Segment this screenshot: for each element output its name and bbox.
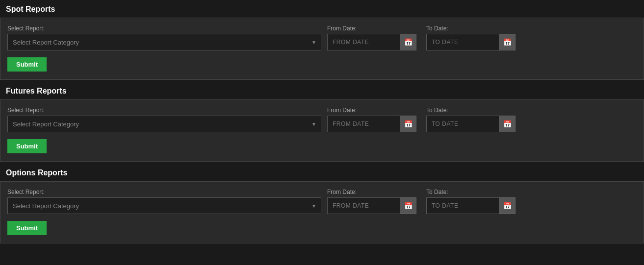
futures-to-label: To Date: <box>426 107 519 114</box>
spot-submit-row: Submit <box>7 57 637 72</box>
options-form-row: Select Report: Select Report Category Fr… <box>7 189 637 214</box>
spot-to-date-wrapper: 📅 <box>426 34 519 50</box>
spot-select-label: Select Report: <box>7 25 321 32</box>
futures-from-date-group: From Date: 📅 <box>327 107 420 132</box>
options-reports-title: Options Reports <box>0 164 644 181</box>
futures-select-label: Select Report: <box>7 107 321 114</box>
spot-from-date-group: From Date: 📅 <box>327 25 420 50</box>
futures-from-calendar-icon: 📅 <box>404 120 412 128</box>
options-select-label: Select Report: <box>7 189 321 195</box>
spot-to-date-input[interactable] <box>426 34 499 50</box>
spot-from-calendar-icon: 📅 <box>404 38 412 46</box>
options-to-calendar-icon: 📅 <box>503 202 512 210</box>
options-select-group: Select Report: Select Report Category <box>7 189 321 214</box>
futures-form-row: Select Report: Select Report Category Fr… <box>7 107 637 132</box>
options-to-calendar-button[interactable]: 📅 <box>499 197 515 214</box>
spot-select-group: Select Report: Select Report Category <box>7 25 321 50</box>
spot-report-select[interactable]: Select Report Category <box>7 34 321 50</box>
options-from-calendar-button[interactable]: 📅 <box>400 197 416 214</box>
spot-to-calendar-button[interactable]: 📅 <box>499 34 515 50</box>
futures-select-group: Select Report: Select Report Category <box>7 107 321 132</box>
spot-from-date-input[interactable] <box>327 34 400 50</box>
spot-submit-button[interactable]: Submit <box>7 57 47 72</box>
futures-reports-title: Futures Reports <box>0 82 644 99</box>
options-from-date-input[interactable] <box>327 197 400 214</box>
futures-from-label: From Date: <box>327 107 420 114</box>
options-to-label: To Date: <box>426 189 519 195</box>
options-from-date-group: From Date: 📅 <box>327 189 420 214</box>
spot-to-calendar-icon: 📅 <box>503 38 512 46</box>
futures-reports-body: Select Report: Select Report Category Fr… <box>0 99 644 162</box>
spot-form-row: Select Report: Select Report Category Fr… <box>7 25 637 50</box>
futures-submit-button[interactable]: Submit <box>7 139 47 153</box>
options-from-label: From Date: <box>327 189 420 195</box>
futures-report-select[interactable]: Select Report Category <box>7 116 321 132</box>
futures-to-calendar-icon: 📅 <box>503 120 512 128</box>
futures-from-date-input[interactable] <box>327 116 400 132</box>
futures-from-date-wrapper: 📅 <box>327 116 420 132</box>
options-select-wrapper: Select Report Category <box>7 197 321 214</box>
spot-reports-section: Spot Reports Select Report: Select Repor… <box>0 0 644 80</box>
options-reports-section: Options Reports Select Report: Select Re… <box>0 164 644 243</box>
options-submit-row: Submit <box>7 221 637 235</box>
futures-to-calendar-button[interactable]: 📅 <box>499 116 515 132</box>
futures-from-calendar-button[interactable]: 📅 <box>400 116 416 132</box>
spot-reports-body: Select Report: Select Report Category Fr… <box>0 18 644 80</box>
spot-from-label: From Date: <box>327 25 420 32</box>
spot-select-wrapper: Select Report Category <box>7 34 321 50</box>
options-submit-button[interactable]: Submit <box>7 221 47 235</box>
options-to-date-input[interactable] <box>426 197 499 214</box>
spot-from-calendar-button[interactable]: 📅 <box>400 34 416 50</box>
futures-to-date-wrapper: 📅 <box>426 116 519 132</box>
spot-reports-title: Spot Reports <box>0 0 644 18</box>
spot-to-date-group: To Date: 📅 <box>426 25 519 50</box>
spot-to-label: To Date: <box>426 25 519 32</box>
futures-reports-section: Futures Reports Select Report: Select Re… <box>0 82 644 162</box>
spot-from-date-wrapper: 📅 <box>327 34 420 50</box>
options-report-select[interactable]: Select Report Category <box>7 197 321 214</box>
futures-to-date-input[interactable] <box>426 116 499 132</box>
futures-to-date-group: To Date: 📅 <box>426 107 519 132</box>
futures-submit-row: Submit <box>7 139 637 153</box>
options-to-date-wrapper: 📅 <box>426 197 519 214</box>
options-from-date-wrapper: 📅 <box>327 197 420 214</box>
options-reports-body: Select Report: Select Report Category Fr… <box>0 181 644 243</box>
options-to-date-group: To Date: 📅 <box>426 189 519 214</box>
options-from-calendar-icon: 📅 <box>404 202 412 210</box>
futures-select-wrapper: Select Report Category <box>7 116 321 132</box>
